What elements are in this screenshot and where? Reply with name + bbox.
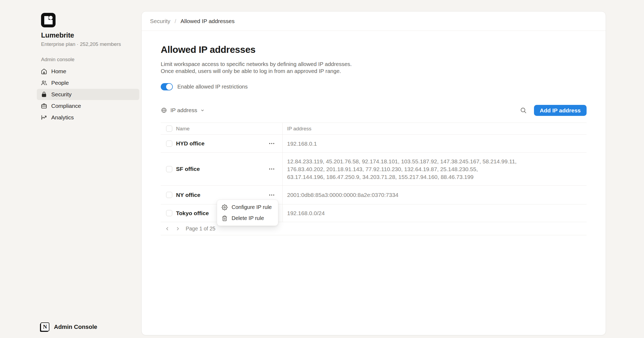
breadcrumb: Security / Allowed IP addresses bbox=[142, 12, 606, 31]
row-checkbox[interactable] bbox=[166, 141, 172, 147]
row-ip-value: 192.168.0.1 bbox=[287, 140, 317, 148]
select-all-checkbox[interactable] bbox=[166, 126, 172, 132]
pagination-label: Page 1 of 25 bbox=[186, 226, 215, 232]
delete-ip-rule-menu-item[interactable]: Delete IP rule bbox=[217, 213, 278, 224]
row-checkbox[interactable] bbox=[166, 166, 172, 172]
sidebar-item-label: Security bbox=[51, 91, 72, 98]
row-menu-button[interactable] bbox=[269, 168, 275, 170]
menu-item-label: Delete IP rule bbox=[232, 215, 264, 221]
workspace-plan-info: Enterprise plan · 252,205 members bbox=[41, 41, 121, 47]
filter-label: IP address bbox=[170, 107, 197, 113]
add-ip-address-button[interactable]: Add IP address bbox=[534, 105, 587, 116]
row-ip-value: 192.168.0.0/24 bbox=[287, 209, 325, 217]
row-name: SF office bbox=[176, 166, 200, 172]
toggle-knob bbox=[166, 84, 172, 90]
enable-ip-restrictions-toggle[interactable] bbox=[161, 83, 173, 90]
workspace-logo bbox=[41, 13, 56, 27]
admin-console-footer-label: Admin Console bbox=[54, 324, 97, 330]
breadcrumb-current: Allowed IP addresses bbox=[181, 18, 235, 24]
previous-page-button[interactable] bbox=[164, 225, 171, 232]
column-header-name: Name bbox=[176, 126, 190, 132]
globe-icon bbox=[161, 107, 167, 113]
row-menu-button[interactable] bbox=[269, 194, 275, 196]
sidebar-item-compliance[interactable]: Compliance bbox=[37, 100, 139, 112]
table-row: HYD office 192.168.0.1 bbox=[161, 135, 587, 153]
analytics-icon bbox=[41, 114, 47, 121]
sidebar-item-analytics[interactable]: Analytics bbox=[37, 112, 139, 123]
configure-ip-rule-menu-item[interactable]: Configure IP rule bbox=[217, 202, 278, 213]
breadcrumb-separator: / bbox=[175, 18, 176, 24]
page-description: Limit workspace access to specific netwo… bbox=[161, 61, 587, 75]
sidebar-item-label: Analytics bbox=[51, 114, 74, 121]
sidebar-item-security[interactable]: Security bbox=[37, 89, 139, 100]
sidebar-item-home[interactable]: Home bbox=[37, 66, 139, 77]
chevron-down-icon bbox=[200, 108, 204, 112]
menu-item-label: Configure IP rule bbox=[232, 204, 272, 210]
admin-console-footer: N Admin Console bbox=[41, 322, 97, 331]
lock-icon bbox=[41, 91, 47, 98]
gear-icon bbox=[222, 204, 228, 210]
sidebar-item-label: Compliance bbox=[51, 103, 81, 109]
sidebar-nav: Home People Security Compliance Analytic… bbox=[37, 66, 139, 123]
toggle-label: Enable allowed IP restrictions bbox=[177, 84, 248, 90]
sidebar-item-label: People bbox=[51, 80, 69, 86]
main-panel: Security / Allowed IP addresses Allowed … bbox=[141, 11, 606, 335]
ip-address-filter-dropdown[interactable]: IP address bbox=[161, 107, 204, 113]
breadcrumb-parent[interactable]: Security bbox=[150, 18, 170, 24]
sidebar-item-people[interactable]: People bbox=[37, 77, 139, 89]
row-checkbox[interactable] bbox=[166, 210, 172, 216]
table-row: SF office 12.84.233.119, 45.201.76.58, 9… bbox=[161, 153, 587, 186]
row-name: HYD office bbox=[176, 140, 204, 147]
row-name: Tokyo office bbox=[176, 210, 209, 216]
row-menu-button[interactable] bbox=[269, 143, 275, 144]
sidebar-item-label: Home bbox=[51, 68, 66, 75]
row-ip-value: 2001:0db8:85a3:0000:0000:8a2e:0370:7334 bbox=[287, 191, 398, 199]
row-context-menu: Configure IP rule Delete IP rule bbox=[217, 200, 278, 226]
row-name: NY office bbox=[176, 192, 200, 198]
people-icon bbox=[41, 80, 47, 86]
workspace-name: Lumebrite bbox=[41, 31, 74, 39]
search-icon[interactable] bbox=[520, 107, 527, 114]
sidebar: Lumebrite Enterprise plan · 252,205 memb… bbox=[0, 0, 141, 338]
trash-icon bbox=[222, 215, 228, 221]
home-icon bbox=[41, 68, 47, 75]
column-header-ip: IP address bbox=[287, 126, 311, 132]
page-title: Allowed IP addresses bbox=[161, 44, 587, 55]
admin-console-section-label: Admin console bbox=[41, 57, 75, 63]
row-ip-value: 12.84.233.119, 45.201.76.58, 92.174.18.1… bbox=[287, 157, 517, 181]
row-checkbox[interactable] bbox=[166, 192, 172, 198]
notion-logo-icon: N bbox=[41, 322, 49, 331]
briefcase-icon bbox=[41, 103, 47, 109]
table-header-row: Name IP address bbox=[161, 123, 587, 135]
next-page-button[interactable] bbox=[174, 225, 181, 232]
